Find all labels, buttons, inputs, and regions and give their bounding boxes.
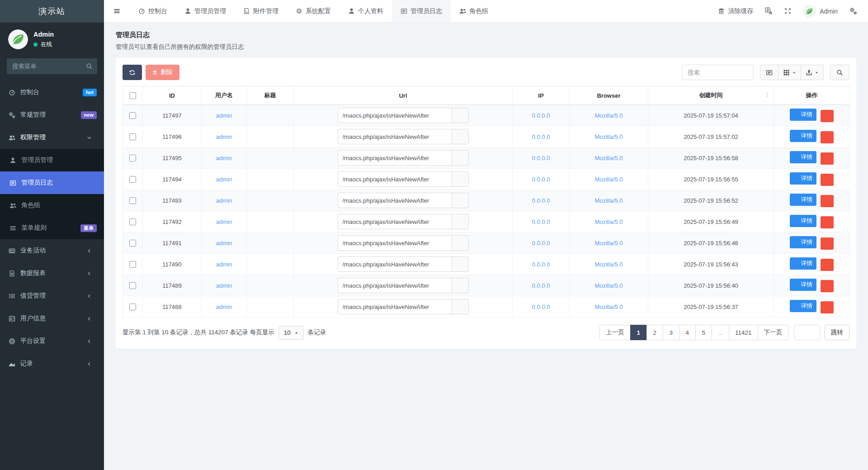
row-delete-button[interactable] — [821, 216, 834, 228]
export-button[interactable] — [801, 65, 824, 80]
sidebar-item-平台设置[interactable]: 平台设置 — [0, 330, 104, 352]
detail-button[interactable]: 详情 — [790, 279, 816, 291]
cell-username-link[interactable]: admin — [216, 155, 232, 161]
nav-tab-角色组[interactable]: 角色组 — [451, 0, 497, 22]
row-delete-button[interactable] — [821, 152, 834, 165]
sidebar-item-管理员管理[interactable]: 管理员管理 — [0, 149, 104, 171]
row-checkbox[interactable] — [129, 240, 136, 247]
cell-username-link[interactable]: admin — [216, 112, 232, 119]
fullscreen-icon[interactable] — [784, 8, 791, 14]
cell-browser-link[interactable]: Mozilla/5.0 — [594, 218, 623, 225]
sidebar-item-常规管理[interactable]: 常规管理new — [0, 104, 104, 126]
cell-browser-link[interactable]: Mozilla/5.0 — [594, 282, 623, 289]
sidebar-item-权限管理[interactable]: 权限管理 — [0, 126, 104, 149]
row-checkbox[interactable] — [129, 112, 136, 119]
user-menu[interactable]: Admin — [803, 5, 838, 18]
column-header-创建时间[interactable]: 创建时间 — [648, 86, 774, 105]
select-all-checkbox[interactable] — [129, 92, 136, 99]
delete-button[interactable]: 删除 — [146, 65, 179, 80]
page-button-...[interactable]: ... — [712, 325, 729, 340]
cell-ip-link[interactable]: 0.0.0.0 — [532, 304, 550, 310]
page-jump-input[interactable] — [794, 325, 820, 340]
cell-ip-link[interactable]: 0.0.0.0 — [532, 218, 550, 225]
url-input[interactable] — [338, 278, 452, 293]
page-button-2[interactable]: 2 — [646, 325, 663, 340]
detail-button[interactable]: 详情 — [790, 215, 816, 227]
sidebar-search-input[interactable] — [7, 58, 97, 74]
url-input[interactable] — [338, 129, 452, 144]
settings-gears-icon[interactable] — [849, 7, 857, 15]
row-delete-button[interactable] — [821, 174, 834, 186]
cell-ip-link[interactable]: 0.0.0.0 — [532, 133, 550, 140]
url-link-button[interactable] — [452, 150, 469, 166]
detail-button[interactable]: 详情 — [790, 236, 816, 248]
sidebar-item-用户信息[interactable]: 用户信息 — [0, 307, 104, 330]
page-button-3[interactable]: 3 — [663, 325, 679, 340]
cell-ip-link[interactable]: 0.0.0.0 — [532, 240, 550, 247]
url-link-button[interactable] — [452, 108, 469, 123]
row-delete-button[interactable] — [821, 301, 834, 313]
url-link-button[interactable] — [452, 214, 469, 229]
cell-browser-link[interactable]: Mozilla/5.0 — [594, 261, 623, 268]
cell-browser-link[interactable]: Mozilla/5.0 — [594, 176, 623, 183]
detail-view-button[interactable] — [760, 65, 778, 80]
row-delete-button[interactable] — [821, 259, 834, 271]
page-button-11421[interactable]: 11421 — [729, 325, 758, 340]
sidebar-item-管理员日志[interactable]: 管理员日志 — [0, 171, 104, 194]
cell-username-link[interactable]: admin — [216, 261, 232, 268]
column-header-Browser[interactable]: Browser — [570, 86, 648, 105]
table-search-input[interactable] — [682, 65, 754, 80]
detail-button[interactable]: 详情 — [790, 300, 816, 312]
url-input[interactable] — [338, 299, 452, 314]
cell-ip-link[interactable]: 0.0.0.0 — [532, 176, 550, 183]
sidebar-item-控制台[interactable]: 控制台hot — [0, 81, 104, 104]
row-delete-button[interactable] — [821, 280, 834, 292]
page-jump-button[interactable]: 跳转 — [825, 325, 849, 340]
nav-tab-管理员管理[interactable]: 管理员管理 — [176, 0, 235, 22]
page-size-select[interactable]: 10 — [278, 326, 304, 340]
clear-cache-button[interactable]: 清除缓存 — [718, 7, 753, 15]
cell-browser-link[interactable]: Mozilla/5.0 — [594, 197, 623, 204]
column-header-IP[interactable]: IP — [513, 86, 570, 105]
cell-username-link[interactable]: admin — [216, 304, 232, 310]
detail-button[interactable]: 详情 — [790, 172, 816, 185]
url-link-button[interactable] — [452, 235, 469, 251]
nav-tab-系统配置[interactable]: 系统配置 — [287, 0, 340, 22]
column-header-标题[interactable]: 标题 — [247, 86, 294, 105]
cell-browser-link[interactable]: Mozilla/5.0 — [594, 304, 623, 310]
detail-button[interactable]: 详情 — [790, 109, 816, 121]
row-checkbox[interactable] — [129, 197, 136, 204]
row-delete-button[interactable] — [821, 237, 834, 250]
cell-ip-link[interactable]: 0.0.0.0 — [532, 261, 550, 268]
cell-ip-link[interactable]: 0.0.0.0 — [532, 282, 550, 289]
refresh-button[interactable] — [123, 65, 142, 80]
url-link-button[interactable] — [452, 129, 469, 144]
column-header-操作[interactable]: 操作 — [774, 86, 850, 105]
url-input[interactable] — [338, 150, 452, 166]
url-input[interactable] — [338, 108, 452, 123]
sidebar-item-菜单规则[interactable]: 菜单规则菜单 — [0, 217, 104, 239]
sidebar-item-借贷管理[interactable]: 借贷管理 — [0, 285, 104, 307]
nav-tab-附件管理[interactable]: 附件管理 — [235, 0, 287, 22]
cell-username-link[interactable]: admin — [216, 218, 232, 225]
cell-browser-link[interactable]: Mozilla/5.0 — [594, 155, 623, 161]
detail-button[interactable]: 详情 — [790, 130, 816, 142]
cell-ip-link[interactable]: 0.0.0.0 — [532, 155, 550, 161]
cell-browser-link[interactable]: Mozilla/5.0 — [594, 112, 623, 119]
row-checkbox[interactable] — [129, 261, 136, 268]
url-input[interactable] — [338, 193, 452, 208]
sidebar-item-角色组[interactable]: 角色组 — [0, 194, 104, 217]
nav-tab-控制台[interactable]: 控制台 — [130, 0, 176, 22]
row-checkbox[interactable] — [129, 133, 136, 140]
row-checkbox[interactable] — [129, 155, 136, 161]
sidebar-item-业务活动[interactable]: 业务活动 — [0, 239, 104, 262]
url-input[interactable] — [338, 171, 452, 187]
detail-button[interactable]: 详情 — [790, 257, 816, 270]
cell-username-link[interactable]: admin — [216, 133, 232, 140]
column-header-ID[interactable]: ID — [143, 86, 202, 105]
cell-ip-link[interactable]: 0.0.0.0 — [532, 112, 550, 119]
sidebar-item-数据报表[interactable]: 数据报表 — [0, 262, 104, 285]
row-checkbox[interactable] — [129, 304, 136, 310]
nav-tab-管理员日志[interactable]: 管理员日志 — [392, 0, 451, 22]
row-delete-button[interactable] — [821, 195, 834, 207]
